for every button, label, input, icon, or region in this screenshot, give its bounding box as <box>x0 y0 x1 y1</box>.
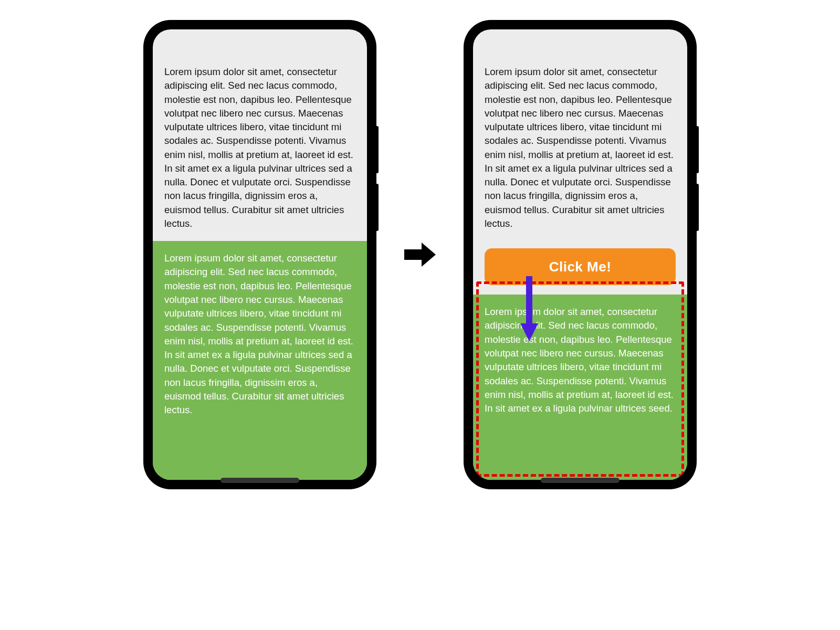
phone-side-button-icon <box>696 184 699 231</box>
transition-arrow-icon <box>402 236 438 273</box>
diagram-stage: Lorem ipsum dolor sit amet, consectetur … <box>0 0 840 488</box>
body-text-top: Lorem ipsum dolor sit amet, consectetur … <box>473 55 687 241</box>
home-indicator-icon <box>541 478 620 483</box>
body-text-green: Lorem ipsum dolor sit amet, consectetur … <box>153 241 367 480</box>
body-text-top: Lorem ipsum dolor sit amet, consectetur … <box>153 55 367 241</box>
phone-before: Lorem ipsum dolor sit amet, consectetur … <box>144 21 375 488</box>
phone-side-button-icon <box>696 126 699 173</box>
home-indicator-icon <box>220 478 299 483</box>
body-text-green: Lorem ipsum dolor sit amet, consectetur … <box>473 295 687 480</box>
click-me-button[interactable]: Click Me! <box>485 248 676 285</box>
phone-screen[interactable]: Lorem ipsum dolor sit amet, consectetur … <box>153 29 367 480</box>
phone-side-button-icon <box>375 126 379 173</box>
inserted-button-row: Click Me! <box>473 241 687 295</box>
phone-after: Lorem ipsum dolor sit amet, consectetur … <box>465 21 696 488</box>
phone-screen[interactable]: Lorem ipsum dolor sit amet, consectetur … <box>473 29 687 480</box>
phone-side-button-icon <box>375 184 379 231</box>
